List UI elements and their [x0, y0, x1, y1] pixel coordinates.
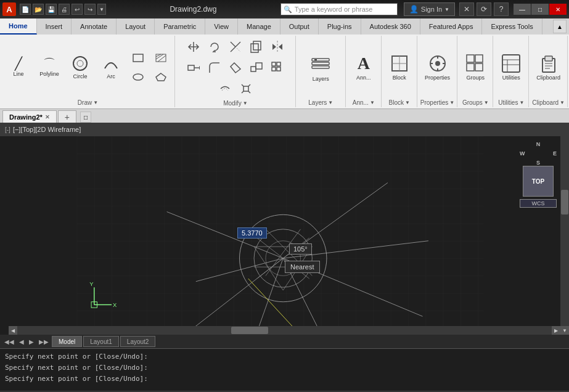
utilities-group-label[interactable]: Utilities ▼	[498, 99, 524, 106]
properties-group-label[interactable]: Properties ▼	[420, 99, 455, 106]
tab-parametric[interactable]: Parametric	[155, 18, 205, 35]
collapse-ribbon-button[interactable]: ▲	[553, 20, 567, 33]
clipboard-button[interactable]: Clipboard	[534, 47, 563, 89]
region-button[interactable]	[150, 68, 172, 86]
hatch-button[interactable]	[150, 49, 172, 67]
scroll-right-button[interactable]: ▶	[552, 326, 560, 335]
svg-text:Y: Y	[89, 280, 94, 287]
layout-tab-model[interactable]: Model	[52, 336, 82, 347]
close-tab-icon[interactable]: ✕	[45, 114, 50, 120]
layout-nav-prev[interactable]: ◀◀	[2, 338, 16, 345]
explode-icon	[240, 83, 252, 95]
new-file-icon[interactable]: 📄	[20, 4, 31, 15]
scroll-thumb-horizontal[interactable]	[231, 327, 268, 334]
distance-input-box[interactable]: 5.3770	[237, 227, 267, 239]
navcube[interactable]: N S W E TOP WCS	[520, 141, 557, 203]
save-icon[interactable]: 💾	[46, 4, 57, 15]
line-button[interactable]: ╱ Line	[4, 47, 33, 89]
clipboard-group-label[interactable]: Clipboard ▼	[532, 99, 565, 106]
svg-rect-26	[277, 67, 280, 71]
explode-button[interactable]	[236, 79, 256, 99]
drawing-canvas[interactable]: Y X	[0, 136, 560, 335]
scroll-thumb-vertical[interactable]	[561, 190, 568, 214]
tab-plugins[interactable]: Plug-ins	[319, 18, 361, 35]
block-group-label[interactable]: Block ▼	[389, 99, 410, 106]
groups-group-label[interactable]: Groups ▼	[462, 99, 489, 106]
layers-icon	[309, 52, 332, 75]
close-button[interactable]: ✕	[549, 4, 567, 15]
scroll-track-horizontal[interactable]	[17, 326, 552, 335]
offset-button[interactable]	[215, 79, 235, 99]
exchange-icon[interactable]: ✕	[459, 2, 474, 16]
restore-icon[interactable]: □	[80, 112, 91, 123]
scroll-down-button[interactable]: ▼	[560, 326, 569, 335]
fillet-button[interactable]	[205, 58, 224, 78]
mirror-button[interactable]	[268, 37, 287, 57]
help-button[interactable]: ?	[494, 2, 509, 16]
tab-manage[interactable]: Manage	[238, 18, 280, 35]
draw-group: ╱ Line ⌒ Polyline Circle	[1, 36, 175, 107]
tab-autodesk360[interactable]: Autodesk 360	[361, 18, 420, 35]
layout-nav-next[interactable]: ▶▶	[37, 338, 51, 345]
erase-button[interactable]	[226, 58, 245, 78]
utilities-button[interactable]: Utilities	[496, 47, 526, 89]
circle-button[interactable]: Circle	[65, 47, 95, 89]
groups-button[interactable]: Groups	[461, 47, 490, 89]
draw-group-label[interactable]: Draw ▼	[78, 99, 98, 106]
layout-tab-layout2[interactable]: Layout2	[120, 336, 156, 347]
scale-button[interactable]	[247, 58, 266, 78]
svg-point-40	[435, 61, 440, 66]
wcs-label[interactable]: WCS	[520, 199, 557, 208]
command-area: Specify next point or [Close/Undo]: Spec…	[0, 348, 569, 392]
undo-icon[interactable]: ↩	[72, 4, 83, 15]
search-box[interactable]: 🔍 Type a keyword or phrase	[280, 3, 398, 15]
tab-featured-apps[interactable]: Featured Apps	[420, 18, 483, 35]
scroll-left-button[interactable]: ◀	[9, 326, 17, 335]
svg-marker-8	[156, 73, 166, 81]
minimize-button[interactable]: —	[514, 4, 531, 15]
navcube-face[interactable]: TOP	[523, 166, 554, 197]
tab-layout[interactable]: Layout	[117, 18, 155, 35]
redo-icon[interactable]: ↪	[84, 4, 96, 15]
properties-button[interactable]: Properties	[423, 47, 452, 89]
layout-nav-back[interactable]: ◀	[17, 338, 26, 345]
open-file-icon[interactable]: 📂	[33, 4, 44, 15]
move-button[interactable]	[184, 37, 203, 57]
print-icon[interactable]: 🖨	[59, 4, 70, 15]
maximize-button[interactable]: □	[531, 4, 549, 15]
tab-new[interactable]: +	[58, 110, 76, 123]
copy-button[interactable]	[247, 37, 266, 57]
dropdown-arrow-icon[interactable]: ▼	[97, 4, 106, 15]
sync-icon[interactable]: ⟳	[477, 2, 491, 16]
scroll-track-vertical[interactable]	[560, 131, 569, 326]
sign-in-button[interactable]: 👤 Sign In ▼	[404, 2, 455, 16]
rotate-button[interactable]	[205, 37, 224, 57]
array-button[interactable]	[268, 58, 287, 78]
rectangle-button[interactable]	[127, 49, 149, 67]
arc-button[interactable]: Arc	[96, 47, 126, 89]
hatch-icon	[155, 54, 166, 62]
tab-annotate[interactable]: Annotate	[72, 18, 117, 35]
ellipse-button[interactable]	[127, 68, 149, 86]
tab-home[interactable]: Home	[0, 18, 37, 35]
annotation-group-label[interactable]: Ann... ▼	[353, 99, 375, 106]
polyline-button[interactable]: ⌒ Polyline	[35, 47, 64, 89]
tab-output[interactable]: Output	[280, 18, 319, 35]
tab-view[interactable]: View	[205, 18, 238, 35]
svg-line-29	[248, 84, 250, 86]
layers-group-label[interactable]: Layers ▼	[308, 99, 333, 106]
block-button[interactable]: Block	[385, 47, 414, 89]
layers-button[interactable]: Layers	[302, 47, 339, 89]
layout-tab-layout1[interactable]: Layout1	[83, 336, 119, 347]
annotation-button[interactable]: A Ann...	[349, 47, 379, 89]
trim-button[interactable]	[226, 37, 245, 57]
modify-group-label[interactable]: Modify ▼	[223, 100, 247, 107]
stretch-button[interactable]	[184, 58, 203, 78]
modify-expand-icon: ▼	[243, 100, 248, 106]
tab-express-tools[interactable]: Express Tools	[482, 18, 542, 35]
titlebar: A 📄 📂 💾 🖨 ↩ ↪ ▼ Drawing2.dwg 🔍 Type a ke…	[0, 0, 569, 18]
tab-drawing2[interactable]: Drawing2* ✕	[2, 110, 57, 123]
minimize-viewport-icon[interactable]: [-]	[5, 126, 10, 133]
layout-nav-forward[interactable]: ▶	[27, 338, 36, 345]
tab-insert[interactable]: Insert	[37, 18, 72, 35]
